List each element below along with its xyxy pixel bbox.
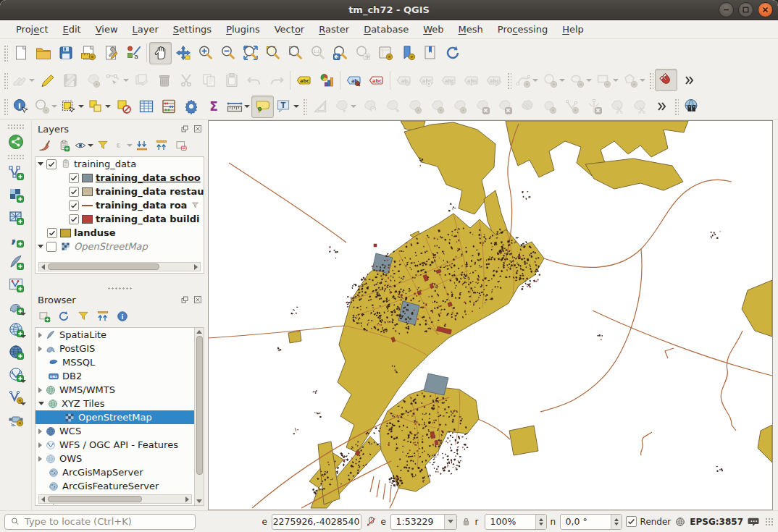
dropdown-arrow[interactable] bbox=[586, 79, 592, 82]
map-tips-button[interactable] bbox=[251, 96, 274, 118]
layer-checkbox[interactable] bbox=[69, 187, 79, 197]
resize-grip[interactable] bbox=[765, 518, 774, 526]
browser-item-6[interactable]: OpenStreetMap bbox=[35, 410, 204, 424]
layer-checkbox[interactable] bbox=[69, 200, 79, 211]
expander-icon[interactable] bbox=[38, 162, 43, 166]
browser-panel-close-icon[interactable] bbox=[193, 295, 203, 305]
highlight-pinned-labels-button[interactable]: abc bbox=[365, 69, 388, 91]
expander-icon[interactable] bbox=[38, 346, 42, 352]
toolbar-overflow-button[interactable] bbox=[650, 96, 672, 118]
close-button[interactable] bbox=[758, 2, 773, 17]
browser-item-10[interactable]: ArcGisMapServer bbox=[35, 465, 204, 479]
minimize-button[interactable] bbox=[719, 2, 734, 17]
processing-toolbox-button[interactable] bbox=[180, 96, 202, 118]
layers-remove-layer-button[interactable] bbox=[173, 138, 189, 153]
coordinate-input[interactable]: 2275926,-4028540 bbox=[272, 514, 361, 530]
toolbar-grip[interactable] bbox=[648, 72, 653, 89]
add-vector-tile-layer-button[interactable] bbox=[4, 385, 27, 408]
pan-to-selection-button[interactable] bbox=[172, 42, 194, 64]
extents-toggle-icon[interactable] bbox=[365, 515, 377, 528]
show-bookmarks-button[interactable] bbox=[419, 42, 441, 64]
add-wms-layer-button[interactable] bbox=[4, 318, 27, 340]
toolbar-grip[interactable] bbox=[3, 44, 8, 62]
magnifier-spin[interactable]: 100% bbox=[485, 514, 547, 530]
toolbar-grip[interactable] bbox=[3, 72, 8, 89]
layer-checkbox[interactable] bbox=[46, 159, 57, 169]
open-attribute-table-button[interactable] bbox=[135, 96, 157, 118]
layers-filter-legend-button[interactable] bbox=[95, 138, 111, 153]
zoom-to-layer-button[interactable] bbox=[284, 42, 306, 64]
layers-panel-close-icon[interactable] bbox=[193, 124, 203, 134]
menu-edit[interactable]: Edit bbox=[56, 22, 88, 37]
layers-open-layer-styling-button[interactable] bbox=[36, 138, 52, 153]
pin-unpin-labels-button[interactable]: ab bbox=[343, 69, 365, 91]
open-project-button[interactable] bbox=[32, 42, 54, 64]
dropdown-arrow[interactable] bbox=[532, 79, 538, 82]
menu-settings[interactable]: Settings bbox=[166, 22, 219, 37]
expander-icon[interactable] bbox=[38, 442, 42, 448]
add-wcs-layer-button[interactable] bbox=[4, 340, 27, 363]
browser-collapse-all-button[interactable] bbox=[95, 308, 111, 324]
toolbar-overflow-button[interactable] bbox=[677, 69, 700, 91]
expander-icon[interactable] bbox=[38, 387, 42, 393]
crs-globe-icon[interactable] bbox=[674, 516, 686, 528]
panel-splitter[interactable] bbox=[32, 285, 207, 291]
pan-map-button[interactable] bbox=[149, 42, 172, 64]
menu-project[interactable]: Project bbox=[9, 22, 56, 37]
zoom-full-extent-button[interactable] bbox=[239, 42, 262, 64]
title-bar[interactable]: tm_ch72 - QGIS bbox=[0, 0, 778, 20]
identify-features-button[interactable]: i bbox=[9, 96, 32, 118]
layers-collapse-all-button[interactable] bbox=[154, 138, 170, 153]
menu-raster[interactable]: Raster bbox=[311, 22, 356, 37]
zoom-last-button[interactable] bbox=[329, 42, 351, 64]
layers-hscrollbar[interactable] bbox=[38, 262, 201, 271]
dropdown-arrow[interactable] bbox=[29, 79, 35, 82]
scale-dropdown-arrow[interactable] bbox=[444, 515, 456, 529]
dropdown-arrow[interactable] bbox=[559, 79, 565, 82]
menu-database[interactable]: Database bbox=[356, 22, 416, 37]
add-virtual-layer-button[interactable] bbox=[4, 273, 27, 295]
dropdown-arrow[interactable] bbox=[293, 105, 299, 108]
rotation-spin[interactable]: 0,0 ° bbox=[560, 514, 622, 530]
expander-icon[interactable] bbox=[38, 402, 44, 405]
add-mesh-layer-button[interactable] bbox=[4, 206, 27, 228]
menu-web[interactable]: Web bbox=[416, 22, 451, 37]
render-checkbox[interactable] bbox=[626, 516, 637, 527]
new-spatial-bookmark-button[interactable] bbox=[396, 42, 419, 64]
lock-scale-icon[interactable] bbox=[461, 516, 472, 527]
dropdown-arrow[interactable] bbox=[123, 79, 129, 82]
layer-labeling-options-button[interactable]: abc bbox=[293, 69, 315, 91]
layer-checkbox[interactable] bbox=[69, 173, 79, 183]
new-project-button[interactable] bbox=[9, 42, 32, 64]
layers-manage-map-themes-button[interactable] bbox=[75, 138, 91, 153]
browser-hscrollbar[interactable] bbox=[38, 494, 192, 504]
add-vector-layer-button[interactable] bbox=[4, 161, 27, 183]
layer-checkbox[interactable] bbox=[46, 242, 57, 252]
layer-item-4[interactable]: training_data buildi bbox=[35, 212, 204, 226]
show-layout-manager-button[interactable] bbox=[99, 42, 122, 64]
add-raster-layer-button[interactable] bbox=[4, 183, 27, 206]
layer-item-6[interactable]: OpenStreetMap bbox=[35, 240, 204, 253]
dropdown-arrow[interactable] bbox=[20, 402, 26, 405]
zoom-to-selection-button[interactable] bbox=[262, 42, 284, 64]
enable-snapping-button[interactable] bbox=[655, 69, 677, 91]
toolbar-grip[interactable] bbox=[506, 72, 511, 89]
layer-item-1[interactable]: training_data schoo bbox=[35, 171, 204, 185]
menu-layer[interactable]: Layer bbox=[125, 22, 166, 37]
metasearch-button[interactable] bbox=[680, 96, 703, 118]
maximize-button[interactable] bbox=[738, 2, 753, 17]
dropdown-arrow[interactable] bbox=[20, 313, 26, 316]
gps-tools-button[interactable] bbox=[4, 408, 27, 430]
expander-icon[interactable] bbox=[38, 456, 42, 462]
menu-vector[interactable]: Vector bbox=[267, 22, 311, 37]
browser-browser-properties-button[interactable]: i bbox=[114, 308, 130, 324]
dropdown-arrow[interactable] bbox=[78, 105, 84, 108]
toolbar-grip[interactable] bbox=[674, 98, 679, 115]
browser-item-4[interactable]: WMS/WMTS bbox=[35, 383, 204, 397]
dropdown-arrow[interactable] bbox=[640, 79, 645, 82]
browser-item-3[interactable]: DB2DB2 bbox=[35, 369, 204, 383]
layer-checkbox[interactable] bbox=[47, 228, 57, 238]
dropdown-arrow[interactable] bbox=[88, 144, 93, 147]
select-features-button[interactable] bbox=[59, 96, 85, 118]
dropdown-arrow[interactable] bbox=[351, 105, 356, 108]
